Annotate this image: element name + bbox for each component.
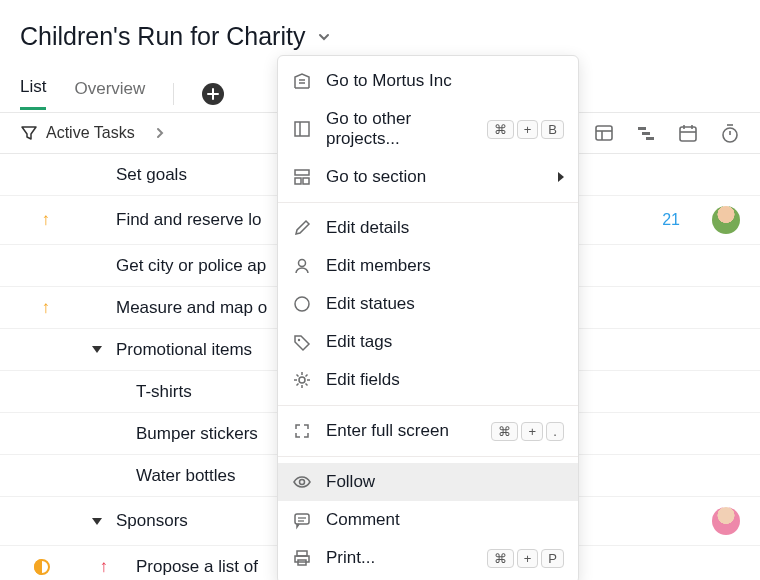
person-icon bbox=[292, 256, 312, 276]
task-extra bbox=[60, 518, 108, 525]
timer-icon[interactable] bbox=[720, 123, 740, 143]
eye-icon bbox=[292, 472, 312, 492]
layout-icon[interactable] bbox=[594, 123, 614, 143]
avatar[interactable] bbox=[712, 206, 740, 234]
priority-up-icon: ↑ bbox=[100, 557, 109, 577]
menu-edit-tags[interactable]: Edit tags bbox=[278, 323, 578, 361]
comment-icon bbox=[292, 510, 312, 530]
avatar[interactable] bbox=[712, 507, 740, 535]
menu-label: Enter full screen bbox=[326, 421, 477, 441]
shortcut: ⌘+P bbox=[487, 549, 564, 568]
menu-separator bbox=[278, 202, 578, 203]
filter-icon bbox=[20, 124, 38, 142]
print-icon bbox=[292, 548, 312, 568]
project-context-menu: Go to Mortus Inc Go to other projects...… bbox=[277, 55, 579, 580]
projects-icon bbox=[292, 119, 312, 139]
pencil-icon bbox=[292, 218, 312, 238]
svg-rect-6 bbox=[680, 127, 696, 141]
task-date[interactable]: 21 bbox=[662, 211, 700, 229]
priority-up-icon: ↑ bbox=[42, 210, 51, 230]
svg-rect-5 bbox=[646, 137, 654, 140]
circle-icon bbox=[292, 294, 312, 314]
menu-follow[interactable]: Follow bbox=[278, 463, 578, 501]
menu-label: Edit details bbox=[326, 218, 564, 238]
submenu-arrow-icon bbox=[558, 172, 564, 182]
filter-label: Active Tasks bbox=[46, 124, 135, 142]
menu-label: Go to section bbox=[326, 167, 544, 187]
menu-edit-fields[interactable]: Edit fields bbox=[278, 361, 578, 399]
project-title[interactable]: Children's Run for Charity bbox=[20, 22, 305, 51]
add-tab-button[interactable] bbox=[202, 83, 224, 105]
tab-list[interactable]: List bbox=[20, 77, 46, 110]
menu-label: Follow bbox=[326, 472, 564, 492]
shortcut: ⌘+B bbox=[487, 120, 564, 139]
task-extra: ↑ bbox=[60, 557, 108, 577]
menu-fullscreen[interactable]: Enter full screen ⌘+. bbox=[278, 412, 578, 450]
menu-label: Print... bbox=[326, 548, 473, 568]
menu-print[interactable]: Print... ⌘+P bbox=[278, 539, 578, 577]
menu-label: Edit tags bbox=[326, 332, 564, 352]
menu-edit-details[interactable]: Edit details bbox=[278, 209, 578, 247]
collapse-icon[interactable] bbox=[92, 518, 102, 525]
svg-rect-15 bbox=[295, 170, 309, 175]
menu-separator bbox=[278, 456, 578, 457]
building-icon bbox=[292, 71, 312, 91]
svg-point-19 bbox=[295, 297, 309, 311]
svg-point-20 bbox=[298, 339, 300, 341]
menu-label: Go to Mortus Inc bbox=[326, 71, 564, 91]
tab-overview[interactable]: Overview bbox=[74, 79, 145, 109]
gantt-icon[interactable] bbox=[636, 123, 656, 143]
svg-rect-17 bbox=[303, 178, 309, 184]
progress-half-icon bbox=[34, 559, 50, 575]
menu-label: Edit fields bbox=[326, 370, 564, 390]
divider bbox=[173, 83, 174, 105]
menu-label: Edit members bbox=[326, 256, 564, 276]
menu-comment[interactable]: Comment bbox=[278, 501, 578, 539]
gear-icon bbox=[292, 370, 312, 390]
chevron-down-icon[interactable] bbox=[317, 30, 331, 44]
task-extra bbox=[60, 346, 108, 353]
calendar-icon[interactable] bbox=[678, 123, 698, 143]
svg-rect-27 bbox=[295, 556, 309, 562]
menu-edit-members[interactable]: Edit members bbox=[278, 247, 578, 285]
shortcut: ⌘+. bbox=[491, 422, 564, 441]
chevron-right-icon bbox=[155, 126, 165, 140]
menu-label: Edit statues bbox=[326, 294, 564, 314]
fullscreen-icon bbox=[292, 421, 312, 441]
svg-point-18 bbox=[299, 260, 306, 267]
section-icon bbox=[292, 167, 312, 187]
filter-control[interactable]: Active Tasks bbox=[20, 124, 165, 142]
svg-point-21 bbox=[299, 377, 305, 383]
priority-up-icon: ↑ bbox=[42, 298, 51, 318]
tag-icon bbox=[292, 332, 312, 352]
menu-go-section[interactable]: Go to section bbox=[278, 158, 578, 196]
svg-point-22 bbox=[300, 480, 305, 485]
menu-edit-statuses[interactable]: Edit statues bbox=[278, 285, 578, 323]
menu-label: Go to other projects... bbox=[326, 109, 473, 149]
svg-rect-23 bbox=[295, 514, 309, 524]
collapse-icon[interactable] bbox=[92, 346, 102, 353]
svg-rect-16 bbox=[295, 178, 301, 184]
menu-go-org[interactable]: Go to Mortus Inc bbox=[278, 62, 578, 100]
task-indicator: ↑ bbox=[20, 210, 60, 230]
menu-separator bbox=[278, 405, 578, 406]
svg-rect-13 bbox=[295, 122, 309, 136]
menu-other-projects[interactable]: Go to other projects... ⌘+B bbox=[278, 100, 578, 158]
svg-rect-4 bbox=[642, 132, 650, 135]
task-indicator: ↑ bbox=[20, 298, 60, 318]
svg-rect-3 bbox=[638, 127, 646, 130]
menu-label: Comment bbox=[326, 510, 564, 530]
task-indicator bbox=[20, 559, 60, 575]
svg-rect-0 bbox=[596, 126, 612, 140]
